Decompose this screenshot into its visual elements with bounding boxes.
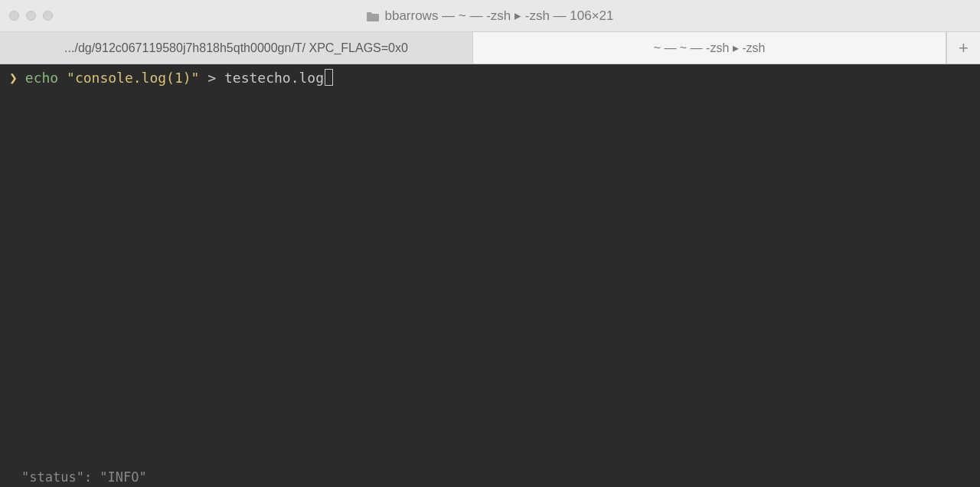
command-string-arg: "console.log(1)" (67, 70, 199, 86)
terminal-cursor (325, 69, 333, 86)
window-title: bbarrows — ~ — -zsh ▸ -zsh — 106×21 (9, 8, 971, 24)
command-line: ❯ echo "console.log(1)" > testecho.log (9, 69, 971, 87)
tab-bar: .../dg/912c067119580j7h818h5qth0000gn/T/… (0, 32, 980, 64)
tab-1[interactable]: .../dg/912c067119580j7h818h5qth0000gn/T/… (0, 32, 473, 64)
window-titlebar: bbarrows — ~ — -zsh ▸ -zsh — 106×21 (0, 0, 980, 32)
window-title-text: bbarrows — ~ — -zsh ▸ -zsh — 106×21 (384, 8, 613, 24)
minimize-button[interactable] (26, 11, 36, 21)
tab-1-label: .../dg/912c067119580j7h818h5qth0000gn/T/… (64, 41, 408, 55)
zoom-button[interactable] (43, 11, 53, 21)
status-line: "status": "INFO" (21, 469, 147, 485)
tab-2-label: ~ — ~ — -zsh ▸ -zsh (654, 41, 766, 55)
terminal-viewport[interactable]: ❯ echo "console.log(1)" > testecho.log "… (0, 64, 980, 487)
redirect-target: testecho.log (224, 70, 324, 86)
tab-2[interactable]: ~ — ~ — -zsh ▸ -zsh (473, 32, 946, 64)
folder-icon (366, 11, 380, 21)
plus-icon: + (959, 38, 969, 58)
traffic-lights (9, 11, 53, 21)
command-name: echo (25, 70, 58, 86)
new-tab-button[interactable]: + (946, 32, 980, 64)
prompt-symbol: ❯ (9, 69, 18, 87)
close-button[interactable] (9, 11, 19, 21)
redirect-operator: > (207, 70, 216, 86)
